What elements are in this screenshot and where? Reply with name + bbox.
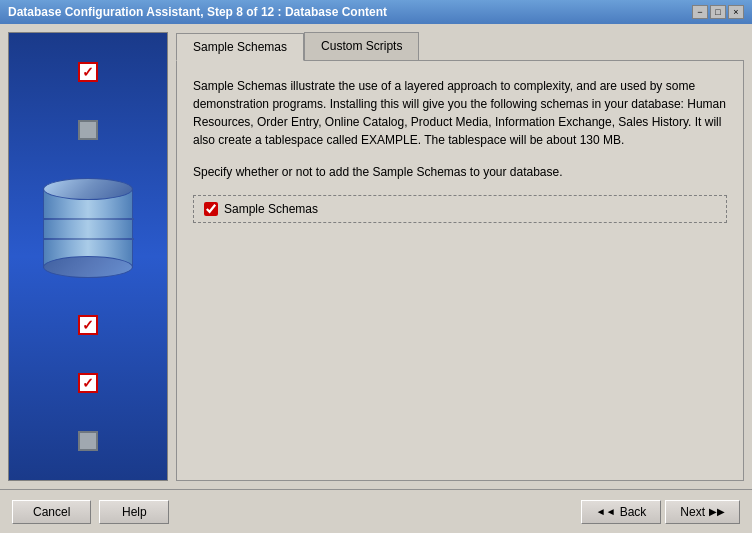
- panel-checkbox-4: [78, 373, 98, 393]
- bottom-right-buttons: ◄◄ Back Next ▶▶: [581, 500, 740, 524]
- minimize-button[interactable]: −: [692, 5, 708, 19]
- panel-check-red-1: [78, 62, 98, 82]
- left-panel: [8, 32, 168, 481]
- back-label: Back: [620, 505, 647, 519]
- database-cylinder: [43, 178, 133, 278]
- bottom-bar: Cancel Help ◄◄ Back Next ▶▶: [0, 489, 752, 533]
- bottom-left-buttons: Cancel Help: [12, 500, 169, 524]
- tab-custom-scripts[interactable]: Custom Scripts: [304, 32, 419, 60]
- panel-checkbox-3: [78, 315, 98, 335]
- tab-custom-scripts-label: Custom Scripts: [321, 39, 402, 53]
- close-button[interactable]: ×: [728, 5, 744, 19]
- main-content: Sample Schemas Custom Scripts Sample Sch…: [0, 24, 752, 489]
- cylinder-top: [43, 178, 133, 200]
- cylinder-bottom: [43, 256, 133, 278]
- restore-button[interactable]: □: [710, 5, 726, 19]
- tab-sample-schemas[interactable]: Sample Schemas: [176, 33, 304, 61]
- back-button[interactable]: ◄◄ Back: [581, 500, 661, 524]
- window-controls: − □ ×: [692, 5, 744, 19]
- next-button[interactable]: Next ▶▶: [665, 500, 740, 524]
- panel-check-gray-1: [78, 120, 98, 140]
- description-text: Sample Schemas illustrate the use of a l…: [193, 77, 727, 149]
- database-illustration: [43, 178, 133, 278]
- sample-schemas-checkbox-label: Sample Schemas: [224, 202, 318, 216]
- panel-check-red-3: [78, 373, 98, 393]
- back-arrow-icon: ◄◄: [596, 506, 616, 517]
- window-title: Database Configuration Assistant, Step 8…: [8, 5, 387, 19]
- next-arrow-icon: ▶▶: [709, 506, 725, 517]
- specify-text: Specify whether or not to add the Sample…: [193, 165, 727, 179]
- next-label: Next: [680, 505, 705, 519]
- cylinder-mid-line-2: [44, 238, 134, 240]
- tab-bar: Sample Schemas Custom Scripts: [176, 32, 744, 60]
- panel-checkbox-2: [78, 120, 98, 140]
- panel-check-red-2: [78, 315, 98, 335]
- content-box: Sample Schemas illustrate the use of a l…: [176, 60, 744, 481]
- tab-sample-schemas-label: Sample Schemas: [193, 40, 287, 54]
- panel-check-gray-2: [78, 431, 98, 451]
- panel-checkbox-1: [78, 62, 98, 82]
- cancel-button[interactable]: Cancel: [12, 500, 91, 524]
- right-panel: Sample Schemas Custom Scripts Sample Sch…: [176, 32, 744, 481]
- sample-schemas-checkbox[interactable]: [204, 202, 218, 216]
- title-bar: Database Configuration Assistant, Step 8…: [0, 0, 752, 24]
- panel-checkbox-5: [78, 431, 98, 451]
- sample-schemas-checkbox-container: Sample Schemas: [193, 195, 727, 223]
- help-button[interactable]: Help: [99, 500, 169, 524]
- cylinder-mid-line-1: [44, 218, 134, 220]
